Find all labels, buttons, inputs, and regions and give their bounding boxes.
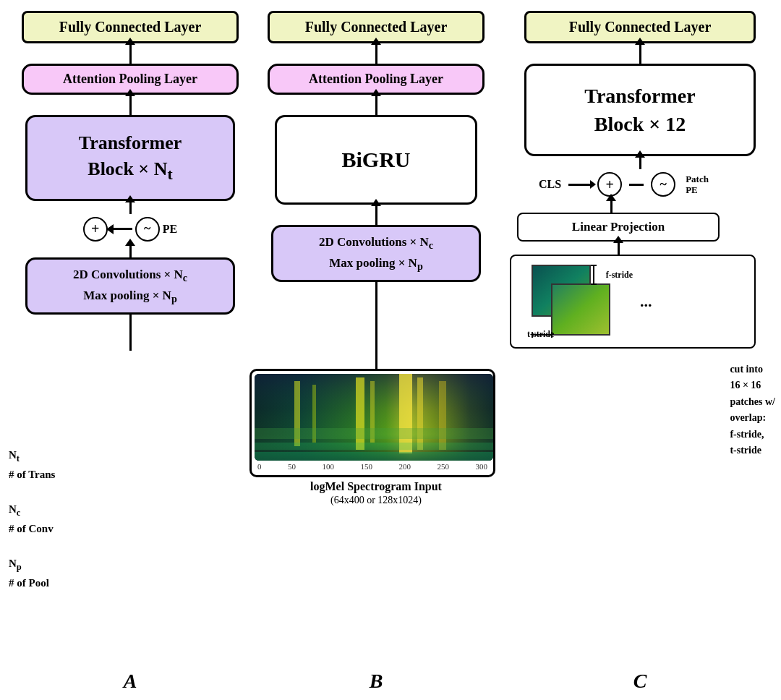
col-a-pe-row: + ~ PE xyxy=(83,217,177,242)
svg-rect-10 xyxy=(255,443,493,450)
col-a-conv-label: 2D Convolutions × NcMax pooling × Np xyxy=(73,268,187,302)
column-b: Fully Connected Layer Attention Pooling … xyxy=(253,7,499,693)
column-a: Fully Connected Layer Attention Pooling … xyxy=(7,7,253,693)
col-b-conv-box: 2D Convolutions × NcMax pooling × Np xyxy=(271,225,481,282)
col-b-attn-label: Attention Pooling Layer xyxy=(309,72,443,86)
col-c-fc-label: Fully Connected Layer xyxy=(569,19,712,35)
t-stride-label: t-stride xyxy=(527,329,554,340)
col-a-pe-circle: ~ xyxy=(135,217,160,242)
svg-rect-11 xyxy=(255,452,493,461)
col-b-letter: B xyxy=(370,670,383,692)
column-c: Fully Connected Layer TransformerBlock ×… xyxy=(499,7,781,693)
svg-rect-13 xyxy=(552,284,610,335)
col-a-attn-label: Attention Pooling Layer xyxy=(63,72,197,86)
col-c-tilde-icon: ~ xyxy=(651,172,675,197)
spectrogram-label: logMel Spectrogram Input (64x400 or 128x… xyxy=(310,480,442,506)
svg-rect-9 xyxy=(255,428,493,439)
col-a-trans-label: TransformerBlock × Nt xyxy=(79,132,182,179)
col-c-linear-proj-label: Linear Projection xyxy=(572,220,665,234)
spectrogram-box: 050100150200250300 xyxy=(249,369,495,477)
svg-rect-8 xyxy=(439,381,446,450)
col-a-plus-icon: + xyxy=(83,217,108,242)
col-a-fc-label: Fully Connected Layer xyxy=(59,19,202,35)
col-c-cut-into-text: cut into16 × 16patches w/overlap:f-strid… xyxy=(730,362,775,458)
col-c-patch-pe-label: PatchPE xyxy=(686,174,709,196)
col-c-trans-label: TransformerBlock × 12 xyxy=(584,85,695,135)
col-b-bigru-box: BiGRU xyxy=(275,115,477,205)
col-a-pe-text: PE xyxy=(163,223,177,236)
col-c-letter: C xyxy=(633,670,647,692)
col-c-plus-icon: + xyxy=(597,172,622,197)
f-stride-label: f-stride xyxy=(606,270,633,281)
col-c-cls-row: CLS + ~ PatchPE xyxy=(524,172,756,197)
col-a-letter: A xyxy=(124,670,137,692)
patch-visual: f-stride t-stride xyxy=(521,264,630,340)
col-c-trans-box: TransformerBlock × 12 xyxy=(524,64,756,156)
patch-dots: ... xyxy=(640,292,652,311)
col-c-patch-box: f-stride t-stride ... xyxy=(510,255,756,349)
spectrogram-svg xyxy=(255,374,493,461)
main-container: Fully Connected Layer Attention Pooling … xyxy=(0,0,781,700)
col-a-trans-box: TransformerBlock × Nt xyxy=(25,115,235,201)
col-a-legend: Nt # of Trans Nc # of Conv Np # of Pool xyxy=(9,446,55,592)
col-b-conv-label: 2D Convolutions × NcMax pooling × Np xyxy=(319,235,433,270)
col-b-fc-label: Fully Connected Layer xyxy=(305,19,448,35)
spectrogram-ticks: 050100150200250300 xyxy=(255,461,490,472)
svg-rect-6 xyxy=(399,374,412,453)
spectrogram-image xyxy=(255,374,493,461)
col-c-cls-label: CLS xyxy=(539,178,561,191)
col-b-bigru-label: BiGRU xyxy=(341,148,410,171)
col-a-conv-box: 2D Convolutions × NcMax pooling × Np xyxy=(25,257,235,315)
